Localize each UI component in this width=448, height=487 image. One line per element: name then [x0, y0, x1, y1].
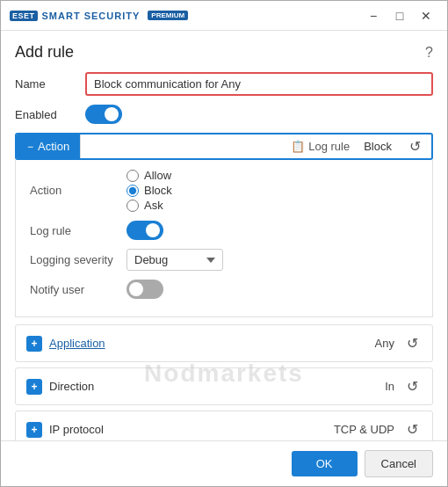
action-field-label: Action — [30, 184, 126, 197]
section-row: +IP protocolTCP & UDP↺ — [15, 411, 433, 440]
severity-select[interactable]: Debug Info Warning Error — [126, 249, 223, 271]
action-radio-group: Allow Block Ask — [126, 169, 172, 212]
radio-allow[interactable]: Allow — [126, 169, 172, 182]
notify-user-row: Notify user — [30, 280, 418, 299]
notify-user-label: Notify user — [30, 283, 126, 296]
enabled-toggle[interactable] — [85, 105, 122, 124]
notify-user-toggle[interactable] — [126, 280, 163, 299]
section-row: +ApplicationAny↺ — [15, 324, 433, 362]
dialog-footer: OK Cancel — [1, 440, 447, 486]
name-label: Name — [15, 77, 85, 91]
action-radio-row: Action Allow Block Ask — [30, 169, 418, 212]
section-row: +DirectionIn↺ — [15, 367, 433, 405]
eset-badge: ESET — [10, 11, 38, 21]
section-plus-icon: + — [26, 379, 42, 395]
app-name: SMART SECURITY — [42, 11, 141, 21]
logging-severity-label: Logging severity — [30, 253, 126, 266]
section-plus-icon: + — [26, 422, 42, 438]
enabled-label: Enabled — [15, 108, 85, 121]
tab-action-label: Action — [38, 140, 69, 153]
logging-severity-row: Logging severity Debug Info Warning Erro… — [30, 249, 418, 271]
app-logo: ESET SMART SECURITY PREMIUM — [10, 11, 188, 21]
action-panel: Action Allow Block Ask — [15, 160, 433, 317]
ok-button[interactable]: OK — [292, 451, 358, 476]
tab-action-icon: − — [27, 141, 33, 153]
radio-block-label: Block — [144, 184, 172, 197]
sections-container: +ApplicationAny↺+DirectionIn↺+IP protoco… — [15, 324, 433, 440]
tabs-right: 📋 Log rule Block ↺ — [291, 136, 431, 156]
help-icon[interactable]: ? — [425, 45, 433, 61]
log-rule-row: Log rule — [30, 221, 418, 240]
dialog-header: Add rule ? — [15, 43, 433, 62]
tabs-reset-button[interactable]: ↺ — [406, 136, 424, 156]
log-rule-label: Log rule — [308, 140, 350, 153]
log-rule-icon: 📋 — [291, 140, 305, 153]
log-rule-field-label: Log rule — [30, 224, 126, 237]
section-name[interactable]: Application — [49, 337, 105, 350]
name-row: Name — [15, 72, 433, 96]
section-value: Any — [375, 337, 394, 350]
section-reset-button[interactable]: ↺ — [403, 376, 422, 396]
radio-block-input[interactable] — [126, 185, 139, 197]
maximize-button[interactable]: □ — [387, 6, 412, 25]
section-value: In — [385, 380, 394, 393]
cancel-button[interactable]: Cancel — [365, 450, 433, 477]
titlebar: ESET SMART SECURITY PREMIUM − □ ✕ — [1, 1, 447, 31]
section-reset-button[interactable]: ↺ — [403, 419, 422, 440]
radio-allow-label: Allow — [144, 169, 171, 182]
section-name: Direction — [49, 380, 94, 393]
enabled-row: Enabled — [15, 105, 433, 124]
block-label: Block — [364, 140, 392, 153]
main-window: ESET SMART SECURITY PREMIUM − □ ✕ Add ru… — [0, 0, 448, 487]
radio-allow-input[interactable] — [126, 170, 139, 182]
radio-ask-label: Ask — [144, 199, 163, 212]
premium-badge: PREMIUM — [148, 11, 188, 20]
dialog-content: Add rule ? Name Enabled − Action — [1, 31, 447, 440]
section-reset-button[interactable]: ↺ — [403, 333, 422, 353]
tabs-bar: − Action 📋 Log rule Block ↺ — [15, 133, 433, 160]
tab-action[interactable]: − Action — [17, 134, 81, 158]
window-controls: − □ ✕ — [361, 6, 438, 25]
radio-ask-input[interactable] — [126, 200, 139, 212]
name-input[interactable] — [85, 72, 433, 96]
section-value: TCP & UDP — [334, 423, 394, 436]
minimize-button[interactable]: − — [361, 6, 386, 25]
radio-ask[interactable]: Ask — [126, 199, 172, 212]
radio-block[interactable]: Block — [126, 184, 172, 197]
log-rule-toggle[interactable] — [126, 221, 163, 240]
tab-log-rule: 📋 Log rule — [291, 140, 350, 153]
section-plus-icon: + — [26, 336, 42, 352]
section-name: IP protocol — [49, 423, 104, 436]
dialog-title: Add rule — [15, 43, 74, 62]
close-button[interactable]: ✕ — [414, 6, 438, 25]
